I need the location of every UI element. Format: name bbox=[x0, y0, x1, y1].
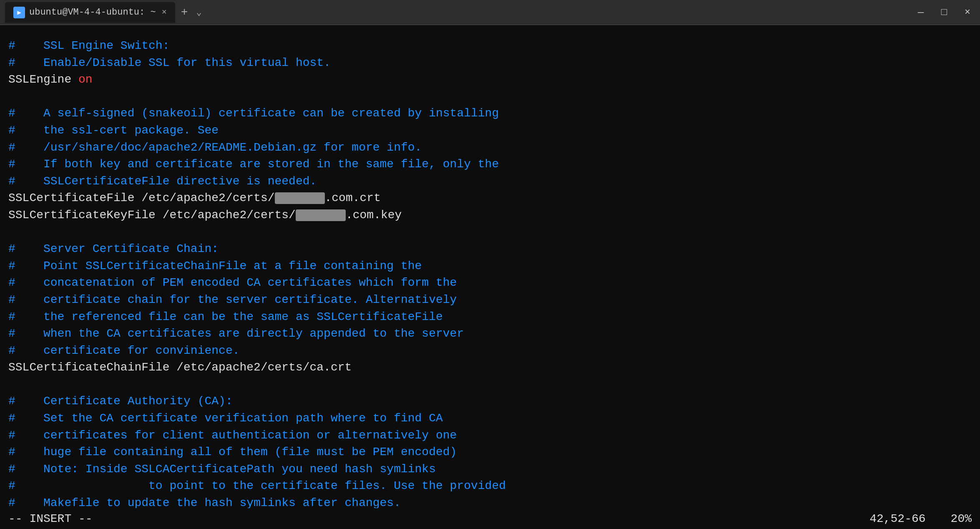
code-line: # Point SSLCertificateChainFile at a fil… bbox=[8, 258, 972, 275]
terminal-body[interactable]: # SSL Engine Switch: # Enable/Disable SS… bbox=[0, 25, 980, 529]
code-line: # Enable/Disable SSL for this virtual ho… bbox=[8, 55, 972, 72]
code-line: SSLCertificateKeyFile /etc/apache2/certs… bbox=[8, 207, 972, 224]
code-line: SSLCertificateFile /etc/apache2/certs/​​… bbox=[8, 190, 972, 207]
maximize-button[interactable]: □ bbox=[937, 5, 952, 20]
code-line: SSLCertificateChainFile /etc/apache2/cer… bbox=[8, 359, 972, 376]
code-line: # concatenation of PEM encoded CA certif… bbox=[8, 275, 972, 292]
code-line: SSLEngine on bbox=[8, 71, 972, 88]
scroll-percent: 20% bbox=[951, 512, 972, 525]
tab-label: ubuntu@VM-4-4-ubuntu: ~ bbox=[29, 7, 156, 18]
code-line: # /usr/share/doc/apache2/README.Debian.g… bbox=[8, 139, 972, 156]
code-line: # when the CA certificates are directly … bbox=[8, 325, 972, 343]
code-line bbox=[8, 88, 972, 106]
vim-mode: -- INSERT -- bbox=[8, 512, 93, 525]
code-line: # the referenced file can be the same as… bbox=[8, 309, 972, 326]
tab-dropdown-button[interactable]: ⌄ bbox=[193, 7, 204, 18]
code-line: # A self-signed (snakeoil) certificate c… bbox=[8, 105, 972, 122]
tab-close-button[interactable]: × bbox=[162, 8, 167, 17]
status-bar: -- INSERT -- 42,52-66 20% bbox=[0, 508, 980, 529]
code-line: # Note: Inside SSLCACertificatePath you … bbox=[8, 461, 972, 478]
code-line: # SSLCertificateFile directive is needed… bbox=[8, 173, 972, 190]
code-line: # Server Certificate Chain: bbox=[8, 241, 972, 258]
terminal-tab[interactable]: ▶ ubuntu@VM-4-4-ubuntu: ~ × bbox=[5, 2, 175, 23]
tab-area: ▶ ubuntu@VM-4-4-ubuntu: ~ × + ⌄ bbox=[5, 2, 910, 23]
code-line: # huge file containing all of them (file… bbox=[8, 444, 972, 461]
close-window-button[interactable]: × bbox=[960, 5, 975, 20]
code-line: # SSL Engine Switch: bbox=[8, 38, 972, 55]
title-bar: ▶ ubuntu@VM-4-4-ubuntu: ~ × + ⌄ — □ × bbox=[0, 0, 980, 25]
code-line bbox=[8, 224, 972, 241]
code-line: # to point to the certificate files. Use… bbox=[8, 478, 972, 495]
code-line: # certificates for client authentication… bbox=[8, 427, 972, 444]
code-line: # If both key and certificate are stored… bbox=[8, 156, 972, 173]
new-tab-button[interactable]: + bbox=[177, 6, 192, 19]
code-line bbox=[8, 376, 972, 393]
window-controls: — □ × bbox=[913, 5, 975, 20]
status-right: 42,52-66 20% bbox=[869, 512, 972, 525]
code-line: # certificate chain for the server certi… bbox=[8, 292, 972, 309]
code-line: # the ssl-cert package. See bbox=[8, 122, 972, 139]
code-line: # certificate for convinience. bbox=[8, 343, 972, 360]
cursor-position: 42,52-66 bbox=[869, 512, 925, 525]
code-line: # Set the CA certificate verification pa… bbox=[8, 410, 972, 427]
code-line: # Certificate Authority (CA): bbox=[8, 393, 972, 410]
terminal-icon: ▶ bbox=[13, 7, 25, 18]
minimize-button[interactable]: — bbox=[913, 5, 928, 20]
